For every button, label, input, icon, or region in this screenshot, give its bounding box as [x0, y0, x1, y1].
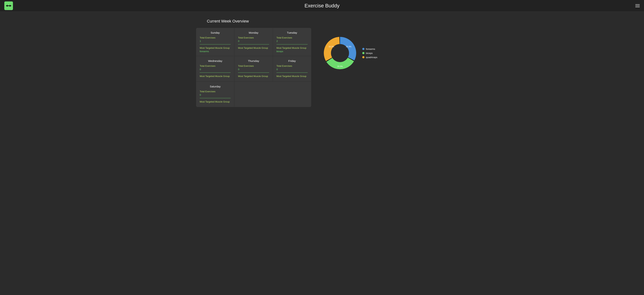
dashboard-area: Sunday Total Exercises 1 Most Targeted M…: [196, 28, 448, 107]
day-cell-wednesday: Wednesday Total Exercises 0 Most Targete…: [196, 56, 234, 82]
muscle-group-value-tuesday: biceps: [276, 50, 308, 53]
total-exercises-label-monday: Total Exercises: [238, 36, 269, 39]
legend-item-quadriceps: quadriceps: [362, 56, 378, 59]
chart-legend: forearms biceps quadriceps: [362, 48, 378, 59]
day-name-monday: Monday: [238, 31, 269, 34]
muscle-group-label-saturday: Most Targeted Muscle Group: [200, 100, 230, 103]
content-wrapper: Current Week Overview Sunday Total Exerc…: [196, 19, 448, 107]
muscle-group-label-monday: Most Targeted Muscle Group: [238, 46, 269, 49]
svg-rect-0: [6, 5, 7, 6]
total-exercises-value-monday: 0: [238, 40, 269, 42]
day-cell-sunday: Sunday Total Exercises 1 Most Targeted M…: [196, 28, 234, 56]
section-title: Current Week Overview: [207, 19, 249, 24]
legend-label-forearms: forearms: [366, 48, 375, 50]
total-exercises-value-wednesday: 0: [200, 68, 230, 71]
total-exercises-label-tuesday: Total Exercises: [276, 36, 308, 39]
legend-dot-forearms: [362, 48, 364, 50]
day-name-wednesday: Wednesday: [200, 59, 230, 62]
total-exercises-label-saturday: Total Exercises: [200, 90, 230, 93]
dumbbell-icon: [6, 3, 12, 9]
chart-label-quadriceps: 33.3%: [328, 46, 334, 48]
legend-dot-biceps: [362, 52, 364, 54]
divider-thursday: [238, 72, 269, 73]
muscle-group-label-sunday: Most Targeted Muscle Group: [200, 46, 230, 49]
main-content: Current Week Overview Sunday Total Exerc…: [0, 12, 644, 114]
app-logo: [4, 2, 13, 10]
donut-chart-svg: 33.3% 33.3% 33.3%: [322, 35, 358, 71]
day-name-sunday: Sunday: [200, 31, 230, 34]
day-name-saturday: Saturday: [200, 85, 230, 88]
total-exercises-label-thursday: Total Exercises: [238, 64, 269, 67]
svg-rect-2: [7, 5, 8, 7]
day-cell-tuesday: Tuesday Total Exercises 2 Most Targeted …: [273, 28, 311, 56]
muscle-group-label-friday: Most Targeted Muscle Group: [276, 75, 308, 78]
muscle-group-label-tuesday: Most Targeted Muscle Group: [276, 46, 308, 49]
divider-tuesday: [276, 44, 308, 44]
legend-item-forearms: forearms: [362, 48, 378, 50]
total-exercises-value-sunday: 1: [200, 40, 230, 42]
chart-label-forearms: 33.3%: [346, 46, 351, 48]
chart-area: 33.3% 33.3% 33.3% forearms b: [322, 28, 378, 71]
donut-chart: 33.3% 33.3% 33.3%: [322, 35, 358, 71]
day-cell-saturday: Saturday Total Exercises 0 Most Targeted…: [196, 82, 234, 107]
legend-dot-quadriceps: [362, 56, 364, 58]
divider-monday: [238, 44, 269, 44]
total-exercises-value-tuesday: 2: [276, 40, 308, 42]
app-header: Exercise Buddy: [0, 0, 644, 12]
divider-saturday: [200, 98, 230, 98]
day-cell-monday: Monday Total Exercises 0 Most Targeted M…: [234, 28, 273, 56]
divider-friday: [276, 72, 308, 73]
total-exercises-label-friday: Total Exercises: [276, 64, 308, 67]
svg-rect-1: [10, 5, 11, 6]
hamburger-menu-button[interactable]: [635, 4, 640, 7]
total-exercises-value-thursday: 0: [238, 68, 269, 71]
legend-item-biceps: biceps: [362, 52, 378, 54]
day-name-tuesday: Tuesday: [276, 31, 308, 34]
total-exercises-label-sunday: Total Exercises: [200, 36, 230, 39]
app-title: Exercise Buddy: [304, 3, 340, 9]
chart-label-biceps: 33.3%: [337, 65, 343, 68]
week-grid: Sunday Total Exercises 1 Most Targeted M…: [196, 28, 311, 107]
muscle-group-label-wednesday: Most Targeted Muscle Group: [200, 75, 230, 78]
day-cell-thursday: Thursday Total Exercises 0 Most Targeted…: [234, 56, 273, 82]
total-exercises-value-saturday: 0: [200, 94, 230, 96]
legend-label-quadriceps: quadriceps: [366, 56, 378, 59]
muscle-group-value-sunday: forearms: [200, 50, 230, 53]
legend-label-biceps: biceps: [366, 52, 373, 54]
day-name-friday: Friday: [276, 59, 308, 62]
total-exercises-value-friday: 0: [276, 68, 308, 71]
day-name-thursday: Thursday: [238, 59, 269, 62]
divider-wednesday: [200, 72, 230, 73]
day-cell-friday: Friday Total Exercises 0 Most Targeted M…: [273, 56, 311, 82]
svg-rect-3: [10, 5, 10, 7]
total-exercises-label-wednesday: Total Exercises: [200, 64, 230, 67]
muscle-group-label-thursday: Most Targeted Muscle Group: [238, 75, 269, 78]
week-grid-container: Sunday Total Exercises 1 Most Targeted M…: [196, 28, 311, 107]
svg-rect-4: [8, 6, 10, 6]
divider-sunday: [200, 44, 230, 44]
